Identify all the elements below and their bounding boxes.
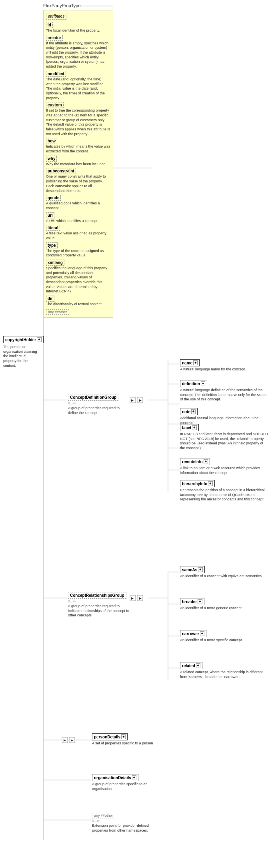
attr-modified: modified The date (and, optionally, the …: [46, 71, 110, 100]
attr-id: id The local identifier of the property.: [46, 22, 110, 33]
right-item-name-label: name +: [180, 359, 200, 366]
attr-modified-desc: The date (and, optionally, the time) whe…: [46, 77, 110, 100]
right-item-hierarchyinfo: hierarchyInfo + Represents the position …: [180, 480, 268, 502]
right-item-narrower-label: narrower +: [180, 630, 206, 637]
right-item-sameas-label: sameAs +: [180, 566, 205, 573]
svg-rect-32: [62, 737, 68, 743]
attr-literal-name: literal: [46, 225, 60, 231]
right-item-related: related + A related concept, where the r…: [180, 662, 268, 679]
attr-dir-name: dir: [46, 296, 54, 302]
copyright-holder-box: copyrightHolder + The person or organisa…: [3, 336, 39, 368]
attr-why: why Why the metadata has been included.: [46, 156, 110, 167]
right-item-note-label: note +: [180, 408, 198, 415]
attr-creator: creator If the attribute is empty, speci…: [46, 35, 110, 69]
attributes-header: attributes: [46, 13, 66, 20]
right-item-facet: facet + In NAR 1.8 and later, facet is d…: [180, 424, 268, 451]
right-item-hierarchyinfo-label: hierarchyInfo +: [180, 480, 215, 487]
attr-dir-desc: The directionality of textual content.: [46, 302, 110, 307]
svg-text:►: ►: [130, 398, 134, 402]
svg-rect-26: [137, 397, 143, 403]
svg-rect-30: [137, 595, 143, 601]
note-plus-icon: +: [191, 409, 196, 414]
attr-custom-desc: If set to true the corresponding propert…: [46, 108, 110, 136]
concept-def-group: ConceptDefinitionGroup 0...∞ A group of …: [68, 394, 130, 415]
attr-custom-name: custom: [46, 102, 64, 108]
definition-plus-icon: +: [201, 381, 205, 386]
bottom-item-persondetails-label: personDetails +: [92, 733, 128, 740]
attributes-box: attributes id The local identifier of th…: [43, 10, 113, 318]
attr-uri: uri A URI which identifies a concept.: [46, 212, 110, 224]
right-item-broader-desc: An identifier of a more generic concept.: [180, 606, 268, 611]
narrower-plus-icon: +: [200, 631, 204, 636]
attr-how: how Indicates by which means the value w…: [46, 138, 110, 154]
attr-how-desc: Indicates by which means the value was e…: [46, 144, 110, 154]
attr-xmllang-desc: Specifies the language of this property …: [46, 266, 110, 294]
attr-creator-name: creator: [46, 35, 63, 41]
right-item-facet-desc: In NAR 1.8 and later, facet is deprecate…: [180, 432, 268, 451]
any-other-bottom-multiplicity: 0...∞: [92, 819, 156, 823]
bottom-item-persondetails-desc: A set of properties specific to a person: [92, 741, 156, 746]
facet-plus-icon: +: [192, 425, 196, 430]
attr-why-name: why: [46, 156, 57, 162]
svg-rect-24: [130, 397, 136, 403]
attr-creator-desc: If the attribute is empty, specifies whi…: [46, 41, 110, 69]
any-other-bottom-desc: Extension point for provider-defined pro…: [92, 824, 156, 833]
remoteinfo-plus-icon: +: [204, 459, 208, 464]
attr-type: type The type of the concept assigned as…: [46, 242, 110, 258]
attr-qcode-desc: A qualified code which identifies a conc…: [46, 201, 110, 210]
copyright-holder-name: copyrightHolder: [5, 338, 36, 342]
bottom-item-orgdetails: organisationDetails + A group of propert…: [92, 774, 156, 791]
any-other-bottom: any ##other: [92, 813, 115, 818]
attr-uri-desc: A URI which identifies a concept.: [46, 219, 110, 224]
hierarchyinfo-plus-icon: +: [208, 481, 212, 486]
attr-why-desc: Why the metadata has been included.: [46, 162, 110, 167]
attr-type-desc: The type of the concept assigned as cont…: [46, 249, 110, 258]
diagram-container: ► ► ► ► ► ► FlexPartyPropType attributes…: [0, 0, 272, 868]
broader-plus-icon: +: [198, 599, 202, 604]
concept-rel-label: ConceptRelationshipsGroup: [68, 592, 126, 599]
bottom-item-persondetails: personDetails + A set of properties spec…: [92, 733, 156, 746]
right-item-related-desc: A related concept, where the relationshi…: [180, 670, 268, 679]
svg-text:►: ►: [130, 596, 134, 600]
any-other-bottom-container: any ##other 0...∞ Extension point for pr…: [92, 812, 156, 833]
attr-literal-desc: A free-text value assigned as property v…: [46, 231, 110, 240]
attr-pubconstraint-desc: One or many constraints that apply to pu…: [46, 174, 110, 193]
right-item-definition: definition + A natural language definiti…: [180, 380, 268, 402]
svg-text:►: ►: [63, 738, 67, 742]
attr-xmllang-name: xmllang: [46, 260, 64, 266]
concept-def-multiplicity: 0...∞: [68, 401, 130, 405]
attr-qcode: qcode A qualified code which identifies …: [46, 195, 110, 210]
attr-type-name: type: [46, 242, 58, 248]
diagram-title: FlexPartyPropType: [43, 3, 81, 8]
right-item-sameas: sameAs + An identifier of a concept with…: [180, 566, 268, 579]
right-item-hierarchyinfo-desc: Represents the position of a concept in …: [180, 488, 268, 502]
concept-def-desc: A group of properties required to define…: [68, 406, 130, 415]
attr-pubconstraint: pubconstraint One or many constraints th…: [46, 168, 110, 193]
copyright-holder-plus-icon: +: [37, 337, 41, 342]
right-item-sameas-desc: An identifier of a concept with equivale…: [180, 574, 268, 579]
right-item-broader-label: broader +: [180, 598, 204, 605]
copyright-holder-label: copyrightHolder +: [3, 336, 44, 343]
attr-how-name: how: [46, 138, 57, 144]
attr-dir: dir The directionality of textual conten…: [46, 296, 110, 307]
attr-id-desc: The local identifier of the property.: [46, 28, 110, 33]
attr-pubconstraint-name: pubconstraint: [46, 168, 76, 174]
svg-rect-28: [130, 595, 136, 601]
attr-xmllang: xmllang Specifies the language of this p…: [46, 260, 110, 294]
sameas-plus-icon: +: [198, 567, 202, 572]
concept-rel-group: ConceptRelationshipsGroup 0...∞ A group …: [68, 592, 130, 618]
right-item-remoteinfo: remoteInfo + A link to an item or a web …: [180, 458, 268, 475]
persondetails-plus-icon: +: [121, 734, 126, 739]
concept-rel-multiplicity: 0...∞: [68, 599, 130, 603]
attr-uri-name: uri: [46, 212, 54, 218]
orgdetails-plus-icon: +: [132, 775, 136, 780]
bottom-item-orgdetails-label: organisationDetails +: [92, 774, 138, 781]
right-item-definition-desc: A natural language definition of the sem…: [180, 388, 268, 402]
right-item-note: note + Additional natural language infor…: [180, 408, 268, 425]
svg-text:►: ►: [138, 398, 142, 402]
concept-rel-desc: A group of properties required to indica…: [68, 604, 130, 618]
bottom-item-orgdetails-desc: A group of properties specific to an org…: [92, 782, 156, 791]
svg-text:►: ►: [138, 596, 142, 600]
attr-qcode-name: qcode: [46, 195, 61, 201]
right-item-narrower: narrower + An identifier of a more speci…: [180, 630, 268, 643]
